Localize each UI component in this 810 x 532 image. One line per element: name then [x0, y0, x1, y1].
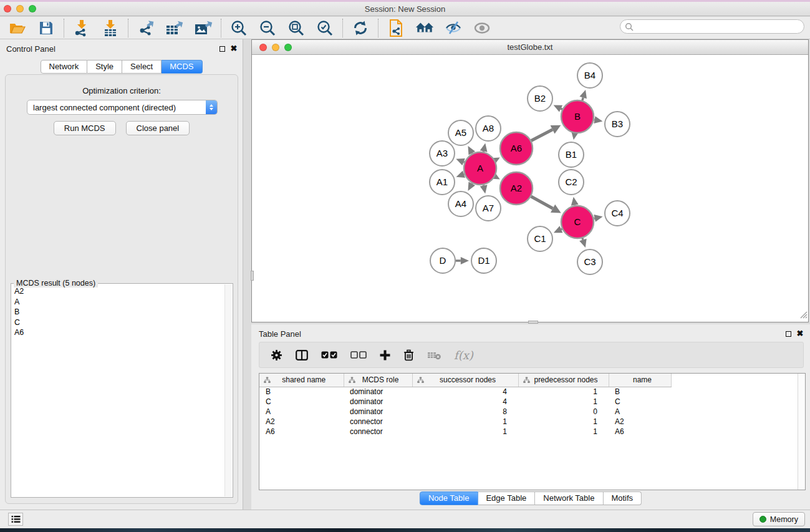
- mcds-result-item[interactable]: B: [12, 307, 224, 317]
- task-history-button[interactable]: [8, 513, 23, 526]
- delete-column-icon[interactable]: [403, 349, 414, 361]
- arrowhead-icon: [480, 143, 488, 152]
- delete-table-icon[interactable]: [427, 351, 441, 360]
- network-close-button[interactable]: [259, 44, 267, 51]
- column-type-icon: [523, 377, 530, 384]
- network-zoom-button[interactable]: [284, 44, 292, 51]
- node-label-A7: A7: [483, 203, 494, 213]
- mcds-result-box: MCDS result (5 nodes) A2ABCA6: [11, 283, 233, 498]
- network-minimize-button[interactable]: [272, 44, 279, 51]
- close-icon: ✖: [231, 46, 238, 52]
- float-icon: [219, 46, 225, 52]
- table-row[interactable]: A2connector11A2: [259, 417, 671, 427]
- node-label-A3: A3: [436, 148, 448, 158]
- column-header-predecessor-nodes[interactable]: predecessor nodes: [518, 374, 609, 387]
- desktop-strip-bottom: [0, 528, 810, 532]
- float-panel-button[interactable]: [218, 44, 226, 53]
- table-row[interactable]: Cdominator41C: [259, 397, 671, 407]
- network-graph[interactable]: AA1A2A3A4A5A6A7A8BB1B2B3B4CC1C2C3C4DD1: [252, 56, 808, 322]
- tab-network[interactable]: Network: [40, 60, 87, 74]
- column-header-successor-nodes[interactable]: successor nodes: [412, 374, 518, 387]
- save-icon[interactable]: [37, 19, 55, 37]
- memory-button[interactable]: Memory: [753, 512, 805, 526]
- node-label-A: A: [477, 163, 483, 173]
- settings-gear-icon[interactable]: [271, 349, 282, 361]
- tab-mcds[interactable]: MCDS: [162, 60, 202, 74]
- resize-grip[interactable]: [799, 310, 808, 321]
- list-icon: [11, 515, 21, 523]
- run-mcds-button[interactable]: Run MCDS: [54, 121, 116, 135]
- edge-A2-C[interactable]: [531, 196, 553, 208]
- zoom-in-icon[interactable]: [229, 19, 248, 37]
- splitter-handle-vertical[interactable]: [251, 271, 254, 281]
- zoom-fit-icon[interactable]: [287, 19, 306, 37]
- status-bar: Memory: [0, 510, 810, 528]
- tab-select[interactable]: Select: [122, 60, 162, 74]
- houses-icon[interactable]: [415, 19, 434, 37]
- column-header-shared-name[interactable]: shared name: [259, 374, 344, 387]
- mcds-result-item[interactable]: A: [12, 297, 224, 307]
- minimize-window-button[interactable]: [16, 5, 24, 12]
- node-table[interactable]: shared nameMCDS rolesuccessor nodesprede…: [259, 373, 806, 490]
- deselect-all-icon[interactable]: [350, 351, 367, 359]
- control-panel-title: Control Panel: [6, 44, 55, 54]
- mcds-result-item[interactable]: A2: [12, 286, 224, 297]
- edge-B-B2[interactable]: [561, 109, 562, 109]
- edge-A6-B[interactable]: [531, 130, 552, 141]
- table-row[interactable]: Bdominator41B: [259, 387, 671, 397]
- zoom-out-icon[interactable]: [258, 19, 277, 37]
- hide-eye-icon[interactable]: [444, 19, 463, 37]
- table-row[interactable]: A6connector11A6: [259, 427, 671, 437]
- tab-style[interactable]: Style: [87, 60, 122, 74]
- mcds-result-item[interactable]: A6: [12, 327, 224, 338]
- import-table-icon[interactable]: [101, 19, 120, 37]
- table-tab-node-table[interactable]: Node Table: [420, 491, 478, 505]
- table-scrollbar[interactable]: [798, 374, 805, 490]
- table-row[interactable]: Adominator80A: [259, 407, 671, 417]
- arrowhead-icon: [571, 197, 579, 206]
- zoom-selected-icon[interactable]: [316, 19, 334, 37]
- close-panel-button[interactable]: ✖: [229, 44, 238, 53]
- mcds-result-list[interactable]: A2ABCA6: [12, 286, 224, 496]
- table-tab-edge-table[interactable]: Edge Table: [478, 491, 535, 505]
- network-titlebar[interactable]: testGlobe.txt: [252, 40, 808, 55]
- close-panel-button-mcds[interactable]: Close panel: [126, 121, 190, 135]
- splitter-handle-horizontal[interactable]: [528, 321, 538, 324]
- show-eye-icon[interactable]: [473, 19, 491, 37]
- table-tab-motifs[interactable]: Motifs: [603, 491, 642, 505]
- table-float-button[interactable]: [784, 329, 793, 338]
- add-column-icon[interactable]: [380, 350, 390, 360]
- search-field[interactable]: [620, 19, 804, 34]
- node-label-C4: C4: [611, 208, 623, 218]
- mcds-result-item[interactable]: C: [12, 317, 224, 328]
- table-tab-network-table[interactable]: Network Table: [535, 491, 603, 505]
- refresh-icon[interactable]: [351, 19, 370, 37]
- edge-C-C3[interactable]: [582, 238, 583, 240]
- criterion-dropdown[interactable]: largest connected component (directed): [27, 100, 218, 115]
- search-input[interactable]: [634, 21, 804, 32]
- node-label-C1: C1: [534, 233, 546, 244]
- import-network-icon[interactable]: [72, 19, 91, 37]
- network-canvas[interactable]: AA1A2A3A4A5A6A7A8BB1B2B3B4CC1C2C3C4DD1: [252, 56, 808, 322]
- zoom-window-button[interactable]: [29, 5, 36, 12]
- toggle-columns-icon[interactable]: [296, 350, 308, 360]
- function-builder-icon[interactable]: f(x): [454, 349, 473, 362]
- application-window: Session: New Session: [0, 0, 810, 532]
- column-header-name[interactable]: name: [609, 374, 671, 387]
- close-window-button[interactable]: [4, 5, 11, 12]
- select-all-icon[interactable]: [321, 351, 337, 359]
- node-label-B: B: [574, 111, 581, 122]
- edge-B-B4[interactable]: [582, 98, 583, 101]
- column-type-icon: [264, 377, 271, 384]
- open-file-icon[interactable]: [8, 19, 27, 37]
- export-network-icon[interactable]: [137, 19, 155, 37]
- clone-network-icon[interactable]: [387, 19, 405, 37]
- main-toolbar: [0, 17, 810, 39]
- column-header-mcds-role[interactable]: MCDS role: [344, 374, 412, 387]
- result-scrollbar[interactable]: [224, 284, 232, 496]
- export-table-icon[interactable]: [165, 19, 184, 37]
- arrowhead-icon: [480, 185, 488, 193]
- node-label-C3: C3: [584, 256, 595, 267]
- export-image-icon[interactable]: [194, 19, 213, 37]
- table-close-button[interactable]: ✖: [796, 329, 804, 338]
